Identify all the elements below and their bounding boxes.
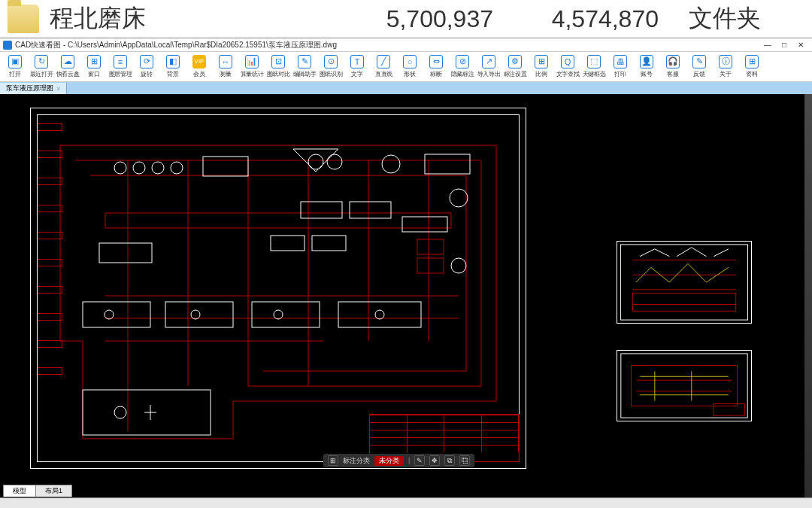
svg-rect-19 bbox=[402, 217, 447, 232]
svg-rect-4 bbox=[203, 157, 248, 176]
svg-rect-28 bbox=[417, 258, 444, 273]
toolbar-icon: ☁ bbox=[61, 55, 74, 68]
annotation-category-label: 标注分类 bbox=[343, 456, 370, 466]
toolbar-icon: ⊘ bbox=[456, 55, 469, 68]
toolbar-测量[interactable]: ↔测量 bbox=[214, 55, 238, 79]
toolbar-旋转[interactable]: ⟳旋转 bbox=[135, 55, 159, 79]
toolbar-最近打开[interactable]: ↻最近打开 bbox=[29, 55, 53, 79]
toolbar-快看云盘[interactable]: ☁快看云盘 bbox=[56, 55, 80, 79]
svg-rect-30 bbox=[632, 294, 735, 312]
thumbnail-1[interactable] bbox=[617, 241, 752, 324]
toolbar-icon: ⊞ bbox=[745, 55, 759, 68]
svg-rect-8 bbox=[425, 154, 470, 174]
tab-model[interactable]: 模型 bbox=[3, 485, 36, 497]
thumbnail-2[interactable] bbox=[617, 350, 752, 421]
svg-rect-32 bbox=[632, 366, 738, 406]
toolbar-文字查找[interactable]: Q文字查找 bbox=[556, 55, 580, 79]
svg-rect-16 bbox=[350, 202, 391, 218]
toolbar-图层管理[interactable]: ≡图层管理 bbox=[108, 55, 132, 79]
toolbar-label: 天键框选 bbox=[583, 69, 606, 78]
svg-rect-31 bbox=[621, 354, 747, 418]
document-tab-strip: 泵车液压原理图 × bbox=[0, 82, 812, 94]
maximize-button[interactable]: □ bbox=[776, 39, 792, 51]
svg-point-26 bbox=[114, 406, 126, 418]
toolbar-窗口[interactable]: ⊞窗口 bbox=[82, 55, 106, 79]
file-row[interactable]: 程北磨床 5,700,937 4,574,870 文件夹 bbox=[0, 0, 812, 38]
toolbar-账号[interactable]: 👤账号 bbox=[635, 55, 659, 79]
toolbar-label: 反馈 bbox=[693, 69, 704, 78]
toolbar-天键框选[interactable]: ⬚天键框选 bbox=[582, 55, 606, 79]
toolbar-label: 形状 bbox=[404, 69, 415, 78]
toolbar-label: 打开 bbox=[9, 69, 20, 78]
toolbar-算量统计[interactable]: 📊算量统计 bbox=[240, 55, 264, 79]
close-tab-icon[interactable]: × bbox=[56, 85, 60, 93]
grid-icon[interactable]: ⊞ bbox=[328, 455, 338, 466]
tab-layout1[interactable]: 布局1 bbox=[35, 485, 72, 497]
toolbar-label: 打印 bbox=[614, 69, 626, 78]
toolbar-关于[interactable]: ⓘ关于 bbox=[714, 55, 738, 79]
toolbar-icon: ↗ bbox=[482, 55, 495, 68]
toolbar-图纸识别[interactable]: ⊙图纸识别 bbox=[319, 55, 343, 79]
toolbar-会员[interactable]: VIP会员 bbox=[187, 55, 211, 79]
toolbar-icon: ○ bbox=[403, 55, 417, 68]
toolbar-形状[interactable]: ○形状 bbox=[398, 55, 422, 79]
toolbar-label: 图纸识别 bbox=[320, 69, 343, 78]
file-size-col1: 5,700,937 bbox=[320, 5, 493, 33]
minimize-button[interactable]: — bbox=[759, 39, 776, 51]
toolbar-反馈[interactable]: ✎反馈 bbox=[687, 55, 711, 79]
toolbar-icon: ⇔ bbox=[429, 55, 443, 68]
toolbar-标注设置[interactable]: ⚙标注设置 bbox=[503, 55, 527, 79]
svg-rect-18 bbox=[312, 236, 346, 251]
svg-point-22 bbox=[274, 310, 283, 319]
copy-icon[interactable]: ⧉ bbox=[444, 455, 455, 466]
toolbar-标断[interactable]: ⇔标断 bbox=[424, 55, 448, 79]
toolbar-label: 最近打开 bbox=[30, 69, 53, 78]
document-tab[interactable]: 泵车液压原理图 × bbox=[0, 83, 67, 94]
toolbar-icon: 📊 bbox=[245, 55, 259, 68]
toolbar-label: 窗口 bbox=[88, 69, 99, 78]
toolbar-客服[interactable]: 🎧客服 bbox=[661, 55, 685, 79]
toolbar-编辑助手[interactable]: ✎编辑助手 bbox=[292, 55, 317, 79]
annotation-category-select[interactable]: 未分类 bbox=[374, 456, 404, 466]
edit-icon[interactable]: ✎ bbox=[414, 455, 425, 466]
toolbar-label: 标断 bbox=[430, 69, 441, 78]
svg-point-21 bbox=[191, 310, 200, 319]
svg-rect-33 bbox=[714, 403, 744, 415]
file-type: 文件夹 bbox=[689, 2, 761, 35]
cad-window: CAD快速看图 - C:\Users\Admin\AppData\Local\T… bbox=[0, 38, 812, 508]
toolbar-icon: ⊡ bbox=[271, 55, 285, 68]
toolbar-label: 直直线 bbox=[375, 69, 392, 78]
toolbar-背景[interactable]: ◧背景 bbox=[161, 55, 185, 79]
close-button[interactable]: ✕ bbox=[792, 39, 809, 51]
toolbar-icon: ▣ bbox=[8, 55, 22, 68]
toolbar-资料[interactable]: ⊞资料 bbox=[740, 55, 764, 79]
toolbar-隐藏标注[interactable]: ⊘隐藏标注 bbox=[450, 55, 474, 79]
toolbar-打开[interactable]: ▣打开 bbox=[3, 55, 27, 79]
svg-point-20 bbox=[105, 310, 114, 319]
toolbar-label: 标注设置 bbox=[504, 69, 527, 78]
toolbar-label: 资料 bbox=[746, 69, 757, 78]
toolbar-直直线[interactable]: ╱直直线 bbox=[371, 55, 395, 79]
drawing-sheet[interactable] bbox=[30, 108, 526, 469]
toolbar-文字[interactable]: T文字 bbox=[345, 55, 369, 79]
title-text: CAD快速看图 - C:\Users\Admin\AppData\Local\T… bbox=[15, 40, 759, 50]
svg-rect-15 bbox=[301, 202, 342, 218]
duplicate-icon[interactable]: ⿻ bbox=[459, 455, 470, 466]
toolbar-icon: ⊞ bbox=[87, 55, 101, 68]
toolbar-图纸对比[interactable]: ⊡图纸对比 bbox=[266, 55, 290, 79]
toolbar-打印[interactable]: 🖶打印 bbox=[608, 55, 632, 79]
folder-icon bbox=[8, 5, 39, 33]
toolbar-导入导出[interactable]: ↗导入导出 bbox=[477, 55, 501, 79]
move-icon[interactable]: ✥ bbox=[429, 455, 440, 466]
svg-rect-17 bbox=[271, 236, 304, 251]
status-bar bbox=[0, 497, 812, 508]
view-toolbar[interactable]: ⊞ 标注分类 未分类 | ✎ ✥ ⧉ ⿻ bbox=[323, 454, 474, 467]
toolbar-比例[interactable]: ⊞比例 bbox=[529, 55, 553, 79]
toolbar-icon: ≡ bbox=[114, 55, 127, 68]
cad-canvas[interactable]: ⊞ 标注分类 未分类 | ✎ ✥ ⧉ ⿻ 模型 布局1 bbox=[0, 94, 812, 497]
svg-point-1 bbox=[133, 162, 145, 174]
toolbar-icon: ⊙ bbox=[324, 55, 338, 68]
title-bar[interactable]: CAD快速看图 - C:\Users\Admin\AppData\Local\T… bbox=[0, 38, 812, 52]
toolbar-icon: ⚙ bbox=[508, 55, 522, 68]
toolbar-icon: ⊞ bbox=[535, 55, 548, 68]
